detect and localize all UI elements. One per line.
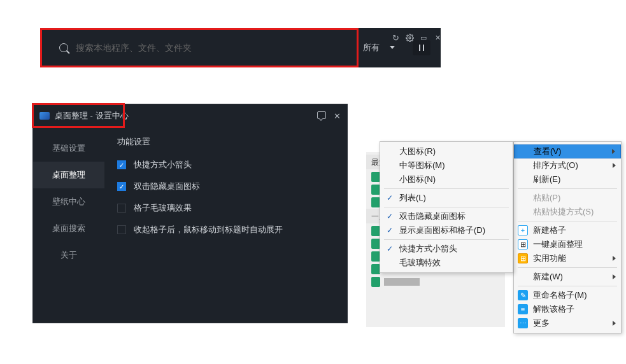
submenu-item[interactable]: 中等图标(M)	[380, 158, 513, 172]
menu-item[interactable]: 新建(W)	[514, 270, 621, 284]
menu-item-label: 查看(V)	[534, 146, 561, 157]
menu-item-label: 实用功能	[533, 253, 566, 264]
menu-item-label: 解散该格子	[533, 304, 574, 315]
settings-nav: 基础设置桌面整理壁纸中心桌面搜索关于	[33, 127, 104, 323]
grid4-icon: ⊞	[518, 239, 528, 249]
file-label	[384, 278, 420, 286]
option-label: 快捷方式小箭头	[134, 159, 192, 171]
separator	[384, 239, 509, 240]
nav-item[interactable]: 桌面整理	[33, 162, 104, 188]
menu-item-label: 重命名格子(M)	[533, 290, 587, 301]
option-row[interactable]: 格子毛玻璃效果	[117, 202, 334, 214]
nav-item[interactable]: 桌面搜索	[33, 215, 104, 242]
menu-item-label: 更多	[533, 318, 550, 329]
file-icon	[371, 277, 380, 287]
close-dialog-icon[interactable]	[334, 111, 341, 121]
submenu-item[interactable]: 双击隐藏桌面图标	[380, 209, 513, 223]
menu-item[interactable]: ⊞实用功能	[514, 251, 621, 265]
top-right-icons	[391, 33, 442, 42]
search-row: 所有	[40, 39, 441, 57]
apps-icon: ⊞	[518, 253, 528, 263]
menu-item[interactable]: 查看(V)	[514, 144, 621, 158]
section-title: 功能设置	[117, 136, 334, 148]
search-input[interactable]	[73, 39, 352, 57]
file-icon	[371, 226, 380, 236]
file-icon	[371, 239, 380, 249]
menu-item-label: 刷新(E)	[533, 174, 560, 185]
option-label: 格子毛玻璃效果	[134, 202, 192, 214]
separator	[518, 188, 617, 189]
file-icon	[371, 172, 380, 182]
settings-title-text: 桌面整理 - 设置中心	[55, 110, 129, 122]
option-row[interactable]: 双击隐藏桌面图标	[117, 181, 334, 192]
monitor-icon	[39, 112, 50, 120]
context-menu: 查看(V)排序方式(O)刷新(E)粘贴(P)粘贴快捷方式(S)+新建格子⊞一键桌…	[513, 141, 622, 333]
submenu-item[interactable]: 小图标(N)	[380, 172, 513, 186]
option-row[interactable]: 快捷方式小箭头	[117, 159, 334, 171]
chevron-right-icon	[613, 274, 616, 279]
nav-item[interactable]: 关于	[33, 242, 104, 269]
blue-plus-icon: +	[518, 225, 528, 235]
submenu-item[interactable]: 毛玻璃特效	[380, 256, 513, 270]
menu-item: 粘贴快捷方式(S)	[514, 205, 621, 219]
settings-content: 功能设置 快捷方式小箭头双击隐藏桌面图标格子毛玻璃效果收起格子后，鼠标移动到标题…	[104, 127, 347, 323]
separator	[384, 188, 509, 189]
checkbox-icon[interactable]	[117, 204, 126, 213]
settings-dialog: 桌面整理 - 设置中心 基础设置桌面整理壁纸中心桌面搜索关于 功能设置 快捷方式…	[32, 104, 348, 323]
close-icon[interactable]	[433, 33, 442, 42]
edit-icon: ✎	[518, 290, 528, 300]
file-icon	[371, 251, 380, 262]
option-label: 收起格子后，鼠标移动到标题时自动展开	[134, 224, 283, 235]
view-submenu: 大图标(R)中等图标(M)小图标(N)列表(L)双击隐藏桌面图标显示桌面图标和格…	[380, 141, 513, 273]
menu-item-label: 粘贴(P)	[533, 192, 560, 204]
chevron-right-icon	[613, 256, 616, 261]
checkbox-icon[interactable]	[117, 225, 126, 234]
gear-icon[interactable]	[405, 33, 414, 42]
chevron-right-icon	[613, 163, 616, 168]
submenu-item[interactable]: 列表(L)	[380, 191, 513, 205]
nav-item[interactable]: 基础设置	[33, 135, 104, 162]
chevron-right-icon	[613, 321, 616, 326]
options-list: 快捷方式小箭头双击隐藏桌面图标格子毛玻璃效果收起格子后，鼠标移动到标题时自动展开	[117, 159, 334, 235]
menu-item[interactable]: 排序方式(O)	[514, 158, 621, 172]
file-icon	[371, 197, 380, 207]
menu-item[interactable]: 刷新(E)	[514, 172, 621, 186]
sort-button[interactable]	[413, 40, 430, 55]
search-bar: 所有	[40, 28, 441, 67]
refresh-icon[interactable]	[391, 33, 400, 42]
svg-point-0	[408, 36, 410, 38]
menu-item[interactable]: ⊞一键桌面整理	[514, 237, 621, 251]
file-icon	[371, 264, 380, 274]
search-icon	[59, 43, 68, 52]
settings-titlebar: 桌面整理 - 设置中心	[33, 104, 347, 127]
submenu-item[interactable]: 快捷方式小箭头	[380, 242, 513, 256]
file-icon	[371, 185, 380, 195]
menu-item-label: 粘贴快捷方式(S)	[533, 206, 594, 218]
checkbox-icon[interactable]	[117, 182, 126, 191]
menu-item-label: 排序方式(O)	[533, 160, 578, 171]
list-icon: ≡	[518, 304, 528, 314]
checkbox-icon[interactable]	[117, 160, 126, 169]
submenu-item[interactable]: 显示桌面图标和格子(D)	[380, 223, 513, 237]
menu-item[interactable]: ⋯更多	[514, 316, 621, 330]
separator	[518, 221, 617, 221]
menu-item[interactable]: ✎重命名格子(M)	[514, 288, 621, 302]
more-icon: ⋯	[518, 318, 528, 328]
feedback-icon[interactable]	[317, 111, 326, 119]
menu-item[interactable]: ≡解散该格子	[514, 302, 621, 316]
chevron-right-icon	[612, 149, 615, 154]
settings-body: 基础设置桌面整理壁纸中心桌面搜索关于 功能设置 快捷方式小箭头双击隐藏桌面图标格…	[33, 127, 347, 323]
separator	[384, 207, 509, 207]
menu-item-label: 一键桌面整理	[533, 239, 583, 250]
menu-item[interactable]: +新建格子	[514, 223, 621, 237]
option-row[interactable]: 收起格子后，鼠标移动到标题时自动展开	[117, 224, 334, 235]
nav-item[interactable]: 壁纸中心	[33, 188, 104, 215]
separator	[518, 286, 617, 286]
filter-label[interactable]: 所有	[363, 42, 380, 53]
file-item[interactable]	[366, 276, 505, 288]
menu-item-label: 新建格子	[533, 225, 566, 236]
window-icon[interactable]	[419, 33, 428, 42]
separator	[518, 267, 617, 268]
chevron-down-icon[interactable]	[390, 46, 396, 50]
submenu-item[interactable]: 大图标(R)	[380, 144, 513, 158]
